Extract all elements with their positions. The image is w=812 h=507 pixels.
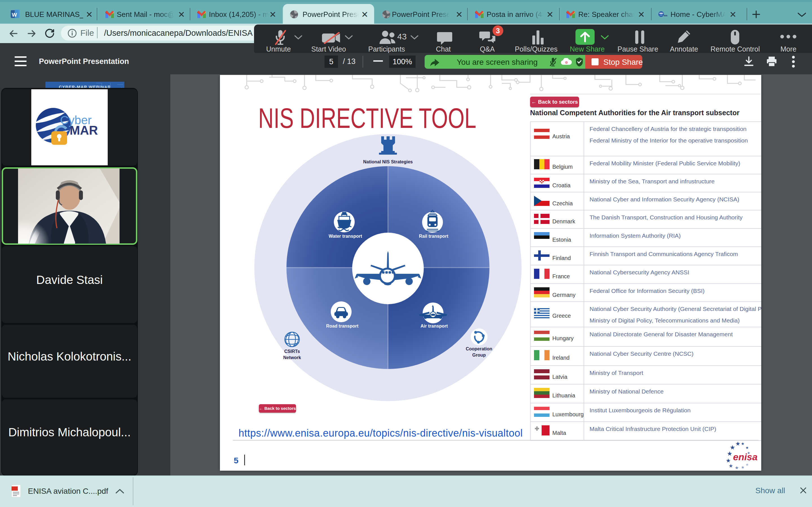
- svg-text:Air transport: Air transport: [421, 324, 448, 328]
- svg-text:enisa: enisa: [733, 452, 758, 462]
- svg-text:Cooperation: Cooperation: [466, 346, 492, 351]
- svg-text:CSIRTs: CSIRTs: [284, 349, 300, 354]
- svg-text:★: ★: [726, 457, 731, 464]
- svg-text:Rail transport: Rail transport: [419, 234, 449, 238]
- svg-text:Network: Network: [283, 355, 301, 360]
- svg-text:★: ★: [727, 450, 732, 457]
- svg-text:★: ★: [746, 446, 749, 450]
- svg-text:★: ★: [741, 441, 745, 446]
- svg-text:W: W: [12, 12, 17, 18]
- svg-text:★: ★: [741, 465, 745, 469]
- svg-text:★: ★: [746, 462, 749, 467]
- svg-text:★: ★: [728, 463, 733, 469]
- svg-text:MAR: MAR: [664, 14, 667, 17]
- svg-text:★: ★: [735, 441, 741, 447]
- svg-text:Water transport: Water transport: [329, 234, 362, 238]
- svg-text:Road transport: Road transport: [326, 324, 359, 328]
- svg-text:Group: Group: [472, 353, 486, 357]
- svg-text:MAR: MAR: [70, 123, 98, 137]
- svg-text:★: ★: [735, 465, 739, 469]
- svg-text:National NIS Strategies: National NIS Strategies: [363, 159, 413, 164]
